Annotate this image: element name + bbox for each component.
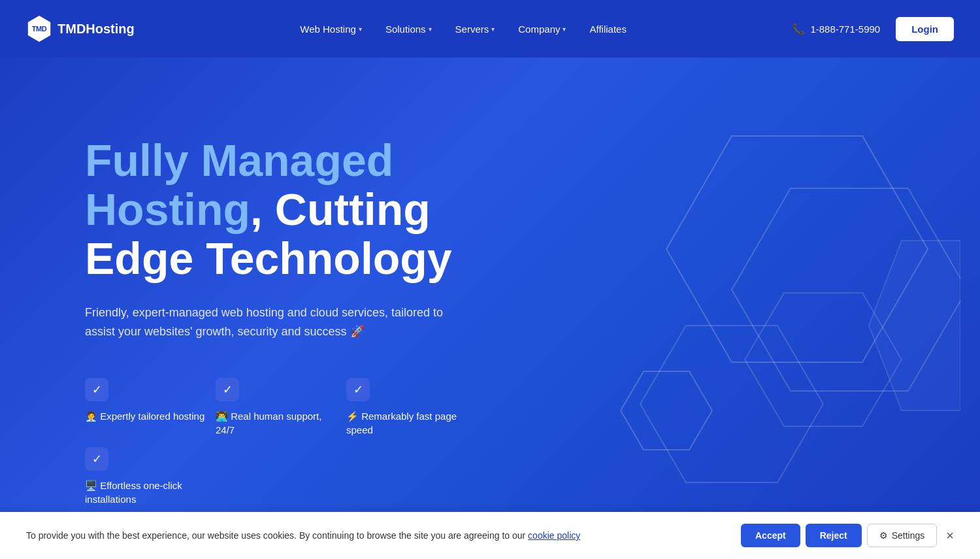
gear-icon: ⚙ (879, 530, 888, 541)
feature-3: ✓ ⚡ Remarkably fast page speed (346, 378, 477, 447)
cookie-close-button[interactable]: × (946, 529, 954, 542)
check-icon-2: ✓ (216, 378, 239, 401)
feature-label-4: 🖥️ Effortless one-click installations (85, 479, 205, 506)
chevron-down-icon: ▾ (359, 25, 362, 33)
hero-content: Fully Managed Hosting, Cutting Edge Tech… (33, 58, 947, 559)
feature-label-2: 👨‍💻 Real human support, 24/7 (216, 409, 336, 437)
feature-2: ✓ 👨‍💻 Real human support, 24/7 (216, 378, 346, 447)
chevron-down-icon: ▾ (429, 25, 432, 33)
chevron-down-icon: ▾ (563, 25, 566, 33)
cookie-reject-button[interactable]: Reject (806, 524, 862, 547)
cookie-settings-button[interactable]: ⚙ Settings (867, 524, 938, 547)
feature-1: ✓ 🧑‍💼 Expertly tailored hosting (85, 378, 216, 447)
cookie-text: To provide you with the best experience,… (26, 530, 720, 541)
nav-item-affiliates[interactable]: Affiliates (589, 24, 626, 35)
hex-svg (581, 123, 960, 502)
cookie-accept-button[interactable]: Accept (741, 524, 800, 547)
nav-item-solutions[interactable]: Solutions ▾ (385, 24, 432, 35)
nav-item-company[interactable]: Company ▾ (518, 24, 566, 35)
check-icon-3: ✓ (346, 378, 370, 401)
features-row: ✓ 🧑‍💼 Expertly tailored hosting ✓ 👨‍💻 Re… (85, 378, 529, 517)
header-right: 📞 1-888-771-5990 Login (792, 17, 954, 41)
logo-text: TMDHosting (57, 22, 135, 37)
hero-left: Fully Managed Hosting, Cutting Edge Tech… (85, 110, 529, 517)
hero-title-highlight: Fully Managed (85, 135, 393, 185)
chevron-down-icon: ▾ (491, 25, 495, 33)
feature-label-3: ⚡ Remarkably fast page speed (346, 409, 466, 437)
feature-4: ✓ 🖥️ Effortless one-click installations (85, 447, 216, 517)
main-header: TMD TMDHosting Web Hosting ▾ Solutions ▾… (0, 0, 980, 58)
check-icon-4: ✓ (85, 447, 108, 471)
phone-icon: 📞 (792, 23, 805, 35)
logo-icon: TMD (26, 16, 52, 42)
svg-marker-3 (621, 371, 712, 450)
phone-number[interactable]: 📞 1-888-771-5990 (792, 23, 880, 35)
cookie-actions: Accept Reject ⚙ Settings × (741, 524, 954, 547)
hero-subtitle: Friendly, expert-managed web hosting and… (85, 303, 451, 341)
cookie-policy-link[interactable]: cookie policy (528, 530, 580, 541)
hero-title: Fully Managed Hosting, Cutting Edge Tech… (85, 136, 529, 282)
svg-marker-5 (869, 241, 960, 411)
cookie-bar: To provide you with the best experience,… (0, 512, 980, 559)
check-icon-1: ✓ (85, 378, 108, 401)
nav-item-servers[interactable]: Servers ▾ (455, 24, 495, 35)
main-nav: Web Hosting ▾ Solutions ▾ Servers ▾ Comp… (300, 24, 627, 35)
hero-section: Fully Managed Hosting, Cutting Edge Tech… (0, 0, 980, 559)
hero-title-hosting: Hosting (85, 184, 250, 234)
feature-label-1: 🧑‍💼 Expertly tailored hosting (85, 409, 205, 423)
svg-marker-2 (640, 326, 823, 483)
nav-item-web-hosting[interactable]: Web Hosting ▾ (300, 24, 362, 35)
logo-link[interactable]: TMD TMDHosting (26, 16, 135, 42)
hex-decorations (581, 123, 960, 502)
login-button[interactable]: Login (896, 17, 954, 41)
